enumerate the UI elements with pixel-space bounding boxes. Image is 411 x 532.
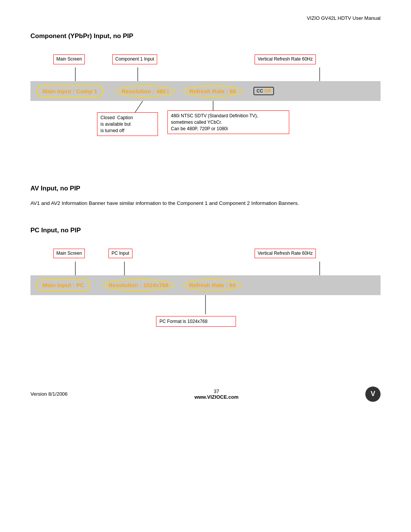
section-pc-pip: PC Input, no PIP Main Screen PC Input	[30, 227, 381, 356]
closed-caption-annot: Closed Captionis available butis turned …	[97, 112, 158, 136]
section-component-pip: Component (YPbPr) Input, no PIP Main Scr…	[30, 32, 381, 166]
info-banner-2: Main Input : PC Resolution : 1024x768 Re…	[30, 275, 381, 295]
top-labels-area-2: Main Screen PC Input Vertical Refresh Ra…	[30, 241, 381, 275]
manual-title: VIZIO GV42L HDTV User Manual	[30, 15, 381, 21]
pc-input-top-label: PC Input	[108, 249, 132, 259]
section3-title: PC Input, no PIP	[30, 227, 381, 234]
annotation-area-1: Closed Captionis available butis turned …	[30, 101, 381, 166]
section1-title: Component (YPbPr) Input, no PIP	[30, 32, 381, 40]
refresh-rate-top-label-2: Vertical Refresh Rate 60Hz	[255, 249, 316, 259]
main-screen-label-1: Main Screen	[53, 54, 85, 64]
annotation-area-2: PC Format is 1024x768	[30, 295, 381, 356]
cc-text: CC	[256, 88, 263, 94]
ntsc-sdtv-annot: 480i NTSC SDTV (Standard Definition TV),…	[167, 110, 289, 134]
resolution-badge-pc: Resolution : 1024x768	[102, 279, 175, 291]
refresh-rate-badge-1: Refresh Rate : 60	[183, 85, 242, 97]
diagram-pc: Main Screen PC Input Vertical Refresh Ra…	[30, 241, 381, 356]
refresh-rate-badge-pc: Refresh Rate : 60	[183, 279, 242, 291]
main-input-badge-1: Main Input : Comp 1	[37, 85, 103, 97]
svg-line-3	[135, 101, 143, 112]
footer-page-number: 37	[194, 388, 239, 394]
resolution-badge-1: Resolution : 480 i	[115, 85, 175, 97]
section2-title: AV Input, no PIP	[30, 185, 381, 192]
page-footer: Version 8/1/2006 37 www.VIZIOCE.com V	[30, 387, 381, 402]
diagram-component: Main Screen Component 1 Input Vertical R…	[30, 47, 381, 166]
vizio-logo: V	[365, 387, 381, 402]
pc-format-annot: PC Format is 1024x768	[156, 316, 236, 327]
info-banner-1: Main Input : Comp 1 Resolution : 480 i R…	[30, 81, 381, 101]
off-text: Off	[264, 88, 271, 94]
main-input-badge-pc: Main Input : PC	[37, 279, 90, 291]
cc-badge: CC Off	[253, 87, 274, 95]
comp1-input-label: Component 1 Input	[112, 54, 157, 64]
footer-version: Version 8/1/2006	[30, 391, 68, 397]
footer-center: 37 www.VIZIOCE.com	[194, 388, 239, 400]
top-labels-area-1: Main Screen Component 1 Input Vertical R…	[30, 47, 381, 81]
refresh-rate-top-label-1: Vertical Refresh Rate 60Hz	[255, 54, 316, 64]
section-av-pip: AV Input, no PIP AV1 and AV2 Information…	[30, 185, 381, 208]
footer-website: www.VIZIOCE.com	[194, 394, 239, 400]
main-screen-label-2: Main Screen	[53, 249, 85, 259]
av-description: AV1 and AV2 Information Banner have simi…	[30, 199, 381, 208]
